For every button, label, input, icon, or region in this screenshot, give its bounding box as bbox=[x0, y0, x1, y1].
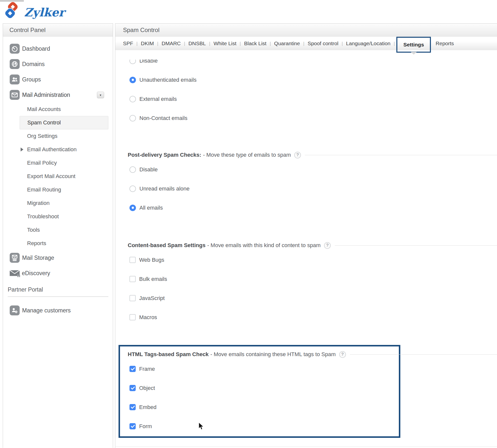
checkbox-option-object[interactable]: Object bbox=[120, 378, 399, 398]
tab-quarantine[interactable]: Quarantine bbox=[274, 40, 300, 46]
option-label: Non-Contact emails bbox=[139, 115, 187, 121]
radio-option-external-emails[interactable]: External emails bbox=[128, 89, 497, 109]
tab-dmarc[interactable]: DMARC bbox=[162, 40, 181, 46]
sidebar-header: Control Panel bbox=[3, 24, 113, 37]
radio-option-disable[interactable]: Disable bbox=[128, 60, 497, 70]
section-post-delivery-spam-checks: Post-delivery Spam Checks:- Move these t… bbox=[115, 150, 497, 217]
checkbox-option-javascript[interactable]: JavaScript bbox=[128, 289, 497, 308]
checkbox-option-macros[interactable]: Macros bbox=[128, 308, 497, 327]
collapsed-arrow-icon[interactable] bbox=[21, 148, 23, 151]
option-label: Bulk emails bbox=[139, 276, 167, 282]
option-label: Web Bugs bbox=[139, 257, 164, 263]
sidebar-item-label: Troubleshoot bbox=[27, 213, 59, 220]
sidebar-item-mail-administration[interactable]: Mail Administration▼ bbox=[3, 87, 113, 103]
sidebar-item-manage-customers[interactable]: Manage customers bbox=[3, 303, 113, 318]
sidebar-item-mail-storage[interactable]: Mail Storage bbox=[3, 250, 113, 265]
dashboard-icon bbox=[10, 44, 20, 54]
option-label: External emails bbox=[139, 96, 177, 102]
checkbox[interactable] bbox=[129, 385, 136, 391]
app-logo: Zylker bbox=[3, 2, 65, 22]
tab-spoof-control[interactable]: Spoof control bbox=[308, 40, 338, 46]
radio-button[interactable] bbox=[129, 77, 136, 83]
checkbox[interactable] bbox=[129, 366, 136, 372]
tab-settings[interactable]: Settings bbox=[396, 37, 431, 53]
sidebar-item-reports[interactable]: Reports bbox=[3, 237, 113, 250]
tab-separator: | bbox=[184, 41, 185, 46]
checkbox-option-form[interactable]: Form bbox=[120, 417, 399, 436]
radio-option-all-emails[interactable]: All emails bbox=[128, 198, 497, 217]
help-icon[interactable]: ? bbox=[339, 351, 346, 358]
radio-button[interactable] bbox=[129, 205, 136, 211]
brand-wordmark: Zylker bbox=[24, 6, 65, 19]
radio-button[interactable] bbox=[129, 166, 136, 173]
spam-control-tabs: SPF|DKIM|DMARC|DNSBL|White List|Black Li… bbox=[115, 37, 497, 50]
checkbox-option-web-bugs[interactable]: Web Bugs bbox=[128, 250, 497, 269]
mail-administration-icon bbox=[10, 90, 20, 100]
radio-option-non-contact-emails[interactable]: Non-Contact emails bbox=[128, 109, 497, 128]
radio-option-unauthenticated-emails[interactable]: Unauthenticated emails bbox=[128, 70, 497, 89]
option-label: Unauthenticated emails bbox=[139, 77, 197, 83]
tab-language-location[interactable]: Language/Location bbox=[346, 40, 391, 46]
checkbox[interactable] bbox=[129, 404, 136, 410]
help-icon[interactable]: ? bbox=[294, 152, 301, 158]
tab-white-list[interactable]: White List bbox=[213, 40, 236, 46]
ediscovery-icon bbox=[9, 268, 20, 278]
tab-reports[interactable]: Reports bbox=[436, 40, 454, 46]
sidebar-item-email-authentication[interactable]: Email Authentication bbox=[3, 143, 113, 156]
sidebar-item-domains[interactable]: Domains bbox=[3, 56, 113, 72]
sidebar-item-mail-accounts[interactable]: Mail Accounts bbox=[3, 103, 113, 116]
sidebar-item-label: Dashboard bbox=[22, 45, 50, 52]
tab-separator: | bbox=[157, 41, 158, 46]
sidebar-item-export-mail-account[interactable]: Export Mail Account bbox=[3, 170, 113, 183]
sidebar-item-dashboard[interactable]: Dashboard bbox=[3, 41, 113, 56]
checkbox[interactable] bbox=[129, 276, 136, 282]
sidebar-item-label: Export Mail Account bbox=[27, 173, 75, 180]
tab-dkim[interactable]: DKIM bbox=[141, 40, 154, 46]
heading-divider bbox=[335, 245, 497, 246]
radio-button[interactable] bbox=[129, 60, 136, 64]
sidebar-item-email-policy[interactable]: Email Policy bbox=[3, 156, 113, 170]
tab-black-list[interactable]: Black List bbox=[244, 40, 266, 46]
radio-button[interactable] bbox=[129, 96, 136, 102]
sidebar-item-label: Email Routing bbox=[27, 187, 61, 193]
bottom-divider bbox=[115, 447, 497, 447]
checkbox-option-embed[interactable]: Embed bbox=[120, 398, 399, 417]
section-heading: HTML Tags-based Spam Check- Move emails … bbox=[120, 349, 399, 359]
sidebar-item-migration[interactable]: Migration bbox=[3, 196, 113, 210]
tab-separator: | bbox=[240, 41, 241, 46]
checkbox[interactable] bbox=[129, 314, 136, 320]
sidebar-item-troubleshoot[interactable]: Troubleshoot bbox=[3, 210, 113, 223]
sidebar-item-label: Email Authentication bbox=[27, 146, 77, 153]
option-label: JavaScript bbox=[139, 295, 165, 301]
heading-divider bbox=[350, 354, 497, 355]
chevron-down-icon[interactable]: ▼ bbox=[97, 92, 104, 98]
section-html-tags-based-spam-check: HTML Tags-based Spam Check- Move emails … bbox=[119, 345, 400, 438]
sidebar-item-label: Reports bbox=[27, 240, 46, 247]
partner-portal-nav: Manage customers bbox=[3, 303, 113, 318]
tab-separator: | bbox=[394, 41, 395, 46]
sidebar-item-ediscovery[interactable]: eDiscovery bbox=[3, 265, 113, 281]
sidebar-item-email-routing[interactable]: Email Routing bbox=[3, 183, 113, 196]
checkbox[interactable] bbox=[129, 423, 136, 429]
radio-option-disable[interactable]: Disable bbox=[128, 160, 497, 179]
radio-option-unread-emails-alone[interactable]: Unread emails alone bbox=[128, 179, 497, 198]
help-icon[interactable]: ? bbox=[324, 242, 331, 249]
checkbox[interactable] bbox=[129, 257, 136, 263]
checkbox[interactable] bbox=[129, 295, 136, 301]
sidebar-item-spam-control[interactable]: Spam Control bbox=[20, 116, 108, 129]
tab-dnsbl[interactable]: DNSBL bbox=[188, 40, 206, 46]
section-heading: Content-based Spam Settings- Move emails… bbox=[128, 240, 497, 250]
sidebar-item-label: Groups bbox=[22, 76, 41, 83]
sidebar-item-org-settings[interactable]: Org Settings bbox=[3, 129, 113, 143]
sidebar-item-groups[interactable]: Groups bbox=[3, 72, 113, 87]
tab-spf[interactable]: SPF bbox=[123, 40, 133, 46]
option-label: Frame bbox=[139, 366, 155, 372]
option-label: All emails bbox=[139, 205, 163, 211]
checkbox-option-bulk-emails[interactable]: Bulk emails bbox=[128, 269, 497, 289]
radio-button[interactable] bbox=[129, 186, 136, 192]
checkbox-option-frame[interactable]: Frame bbox=[120, 359, 399, 378]
sidebar-item-tools[interactable]: Tools bbox=[3, 223, 113, 237]
sidebar-item-label: Mail Administration bbox=[22, 92, 70, 98]
radio-button[interactable] bbox=[129, 115, 136, 121]
section-heading: Post-delivery Spam Checks:- Move these t… bbox=[128, 150, 497, 160]
